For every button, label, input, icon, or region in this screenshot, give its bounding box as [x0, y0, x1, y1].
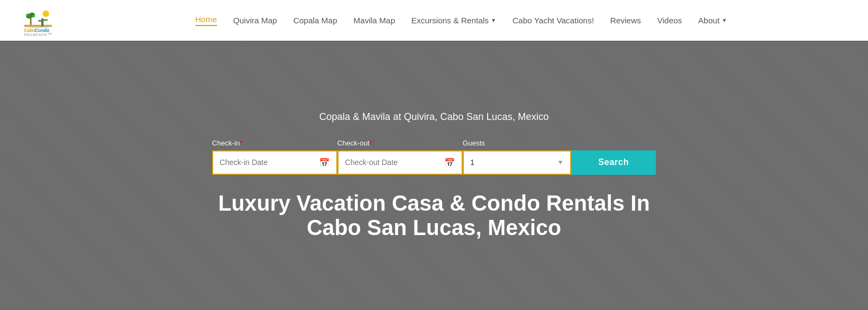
calendar-icon-checkin: 📅 [319, 157, 330, 168]
hero-subtitle: Copala & Mavila at Quivira, Cabo San Luc… [319, 111, 548, 123]
nav-excursions[interactable]: Excursions & Rentals ▼ [411, 16, 496, 25]
guests-select-wrapper: 1 2 3 4 5 6 7 8 ▼ [463, 150, 571, 175]
svg-point-1 [43, 10, 49, 17]
guests-group: Guests 1 2 3 4 5 6 7 8 ▼ [463, 139, 571, 175]
nav-yacht[interactable]: Cabo Yacht Vacations! [513, 16, 594, 25]
svg-rect-7 [38, 20, 43, 22]
nav-home[interactable]: Home [195, 15, 217, 26]
nav-about[interactable]: About ▼ [698, 16, 727, 25]
main-nav: Home Quivira Map Copala Map Mavila Map E… [76, 15, 846, 26]
guests-select[interactable]: 1 2 3 4 5 6 7 8 [470, 158, 553, 167]
checkout-label: Check-out* [337, 139, 463, 147]
checkout-input-wrapper: 📅 [337, 150, 463, 175]
svg-rect-8 [43, 19, 48, 21]
checkin-input[interactable] [220, 158, 315, 167]
guests-label: Guests [463, 139, 571, 147]
logo-subtitle: Vacations™ [24, 32, 53, 37]
hero-title: Luxury Vacation Casa & Condo Rentals In … [190, 191, 678, 240]
calendar-icon-checkout: 📅 [444, 157, 455, 168]
about-dropdown-icon: ▼ [722, 17, 727, 23]
checkin-required: * [240, 139, 242, 147]
checkout-input[interactable] [345, 158, 440, 167]
nav-mavila-map[interactable]: Mavila Map [354, 16, 395, 25]
hero-section: Copala & Mavila at Quivira, Cabo San Luc… [0, 41, 868, 310]
header: Cabo Condo Vacations™ Home Quivira Map C… [0, 0, 868, 41]
search-button[interactable]: Search [571, 150, 656, 175]
nav-copala-map[interactable]: Copala Map [293, 16, 337, 25]
excursions-dropdown-icon: ▼ [491, 17, 496, 23]
search-form: Check-in* 📅 Check-out* 📅 Guests 1 2 [212, 139, 656, 175]
guests-dropdown-icon: ▼ [557, 159, 564, 166]
checkout-required: * [369, 139, 372, 147]
checkin-group: Check-in* 📅 [212, 139, 337, 175]
checkin-label: Check-in* [212, 139, 337, 147]
nav-reviews[interactable]: Reviews [610, 16, 641, 25]
checkout-group: Check-out* 📅 [337, 139, 463, 175]
logo[interactable]: Cabo Condo Vacations™ [22, 4, 54, 37]
nav-quivira-map[interactable]: Quivira Map [233, 16, 277, 25]
checkin-input-wrapper: 📅 [212, 150, 337, 175]
nav-videos[interactable]: Videos [658, 16, 682, 25]
